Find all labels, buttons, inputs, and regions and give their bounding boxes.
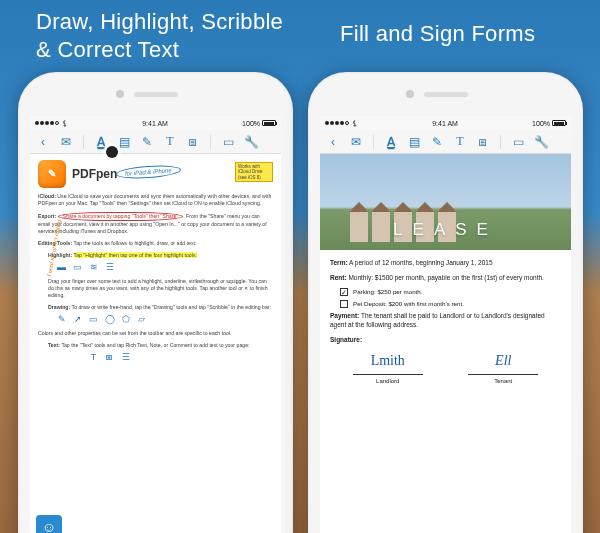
battery-icon — [552, 120, 566, 126]
tenant-signature[interactable]: Ell — [468, 352, 538, 372]
tenant-label: Tenant — [468, 374, 538, 385]
lease-hero-image: LEASE — [320, 154, 571, 250]
lease-title: LEASE — [320, 219, 571, 242]
app-toolbar: ‹ ✉ A̲ ▤ ✎ T 🗉 ▭ 🔧 — [30, 130, 281, 154]
ruler-icon[interactable]: ▭ — [511, 135, 525, 149]
signal-dots-icon — [325, 121, 349, 125]
battery-icon — [262, 120, 276, 126]
back-icon[interactable]: ‹ — [36, 135, 50, 149]
pen-icon[interactable]: ✎ — [430, 135, 444, 149]
deposit-checkbox[interactable] — [340, 300, 348, 308]
text-tools-row: T🗉☰ — [88, 352, 273, 363]
phone-mockup-left: ⚸ 9:41 AM 100% ‹ ✉ A̲ ▤ ✎ T 🗉 ▭ 🔧 ✎ PDFp… — [18, 72, 293, 533]
landlord-signature[interactable]: Lmith — [353, 352, 423, 372]
text-tool-icon[interactable]: T — [163, 134, 177, 149]
drawing-tools-row: ✎➚▭◯⬠▱ — [56, 314, 273, 325]
wifi-icon: ⚸ — [352, 119, 358, 128]
wrench-icon[interactable]: 🔧 — [244, 135, 258, 149]
text-tool-icon[interactable]: T — [453, 134, 467, 149]
highlighted-text: Tap "Highlight" then tap one of the four… — [74, 252, 197, 258]
mail-icon[interactable]: ✉ — [349, 135, 363, 149]
text-style-icon[interactable]: A̲ — [94, 135, 108, 149]
status-time: 9:41 AM — [432, 120, 458, 127]
headline-right: Fill and Sign Forms — [340, 20, 535, 48]
status-bar: ⚸ 9:41 AM 100% — [320, 116, 571, 130]
highlight-icon[interactable]: ▤ — [117, 135, 131, 149]
battery-percent: 100% — [532, 120, 550, 127]
screen-left: ⚸ 9:41 AM 100% ‹ ✉ A̲ ▤ ✎ T 🗉 ▭ 🔧 ✎ PDFp… — [30, 116, 281, 533]
mail-icon[interactable]: ✉ — [59, 135, 73, 149]
pen-icon[interactable]: ✎ — [140, 135, 154, 149]
share-link[interactable]: Share a document by tapping "Tools" then… — [58, 212, 184, 221]
highlight-tools-row: ▬▭≋☰ — [56, 262, 273, 273]
app-name: PDFpen — [72, 166, 117, 182]
screen-right: ⚸ 9:41 AM 100% ‹ ✉ A̲ ▤ ✎ T 🗉 ▭ 🔧 LEASE … — [320, 116, 571, 533]
icloud-badge: Works with iCloud Drive (see iOS 8) — [235, 162, 273, 182]
smile-icon: ☺ — [36, 515, 62, 533]
smile-logo: ☺ Smile — [36, 515, 62, 533]
signal-dots-icon — [35, 121, 59, 125]
note-icon[interactable]: 🗉 — [476, 135, 490, 149]
phone-mockup-right: ⚸ 9:41 AM 100% ‹ ✉ A̲ ▤ ✎ T 🗉 ▭ 🔧 LEASE … — [308, 72, 583, 533]
back-icon[interactable]: ‹ — [326, 135, 340, 149]
wrench-icon[interactable]: 🔧 — [534, 135, 548, 149]
status-bar: ⚸ 9:41 AM 100% — [30, 116, 281, 130]
note-icon[interactable]: 🗉 — [186, 135, 200, 149]
battery-percent: 100% — [242, 120, 260, 127]
text-style-icon[interactable]: A̲ — [384, 135, 398, 149]
handwritten-tag: for iPad & iPhone — [116, 164, 181, 181]
status-time: 9:41 AM — [142, 120, 168, 127]
app-toolbar: ‹ ✉ A̲ ▤ ✎ T 🗉 ▭ 🔧 — [320, 130, 571, 154]
pdfpen-app-icon: ✎ — [38, 160, 66, 188]
highlight-icon[interactable]: ▤ — [407, 135, 421, 149]
parking-checkbox[interactable]: ✓ — [340, 288, 348, 296]
document-content[interactable]: LEASE Term: A period of 12 months, begin… — [320, 154, 571, 533]
document-content[interactable]: ✎ PDFpen for iPad & iPhone Works with iC… — [30, 154, 281, 533]
headline-left: Draw, Highlight, Scribble & Correct Text — [36, 8, 283, 63]
landlord-label: Landlord — [353, 374, 423, 385]
wifi-icon: ⚸ — [62, 119, 68, 128]
ruler-icon[interactable]: ▭ — [221, 135, 235, 149]
